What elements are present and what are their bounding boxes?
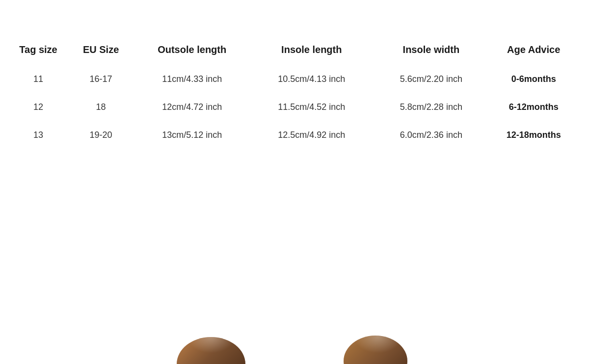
- header-tag-size: Tag size: [10, 39, 67, 65]
- cell-tag-size: 12: [10, 93, 67, 121]
- cell-insole-width: 6.0cm/2.36 inch: [374, 121, 488, 149]
- bottom-images-container: [0, 310, 589, 364]
- cell-eu-size: 16-17: [67, 65, 135, 93]
- cell-eu-size: 18: [67, 93, 135, 121]
- cell-age-advice: 0-6months: [488, 65, 579, 93]
- cell-age-advice: 6-12months: [488, 93, 579, 121]
- cell-outsole-length: 12cm/4.72 inch: [135, 93, 249, 121]
- cell-insole-length: 11.5cm/4.52 inch: [249, 93, 374, 121]
- table-row: 1319-2013cm/5.12 inch12.5cm/4.92 inch6.0…: [10, 121, 579, 149]
- page-container: Tag size EU Size Outsole length Insole l…: [0, 0, 589, 364]
- table-row: 1116-1711cm/4.33 inch10.5cm/4.13 inch5.6…: [10, 65, 579, 93]
- cell-age-advice: 12-18months: [488, 121, 579, 149]
- header-insole-length: Insole length: [249, 39, 374, 65]
- header-insole-width: Insole width: [374, 39, 488, 65]
- size-table-wrapper: Tag size EU Size Outsole length Insole l…: [0, 0, 589, 159]
- cell-tag-size: 11: [10, 65, 67, 93]
- cell-insole-length: 12.5cm/4.92 inch: [249, 121, 374, 149]
- cell-outsole-length: 11cm/4.33 inch: [135, 65, 249, 93]
- cell-outsole-length: 13cm/5.12 inch: [135, 121, 249, 149]
- cell-tag-size: 13: [10, 121, 67, 149]
- header-eu-size: EU Size: [67, 39, 135, 65]
- size-table: Tag size EU Size Outsole length Insole l…: [10, 39, 579, 149]
- header-outsole-length: Outsole length: [135, 39, 249, 65]
- table-row: 121812cm/4.72 inch11.5cm/4.52 inch5.8cm/…: [10, 93, 579, 121]
- shoe-image-right: [344, 310, 412, 364]
- cell-insole-length: 10.5cm/4.13 inch: [249, 65, 374, 93]
- table-header-row: Tag size EU Size Outsole length Insole l…: [10, 39, 579, 65]
- cell-eu-size: 19-20: [67, 121, 135, 149]
- shoe-image-left: [177, 310, 245, 364]
- header-age-advice: Age Advice: [488, 39, 579, 65]
- cell-insole-width: 5.8cm/2.28 inch: [374, 93, 488, 121]
- cell-insole-width: 5.6cm/2.20 inch: [374, 65, 488, 93]
